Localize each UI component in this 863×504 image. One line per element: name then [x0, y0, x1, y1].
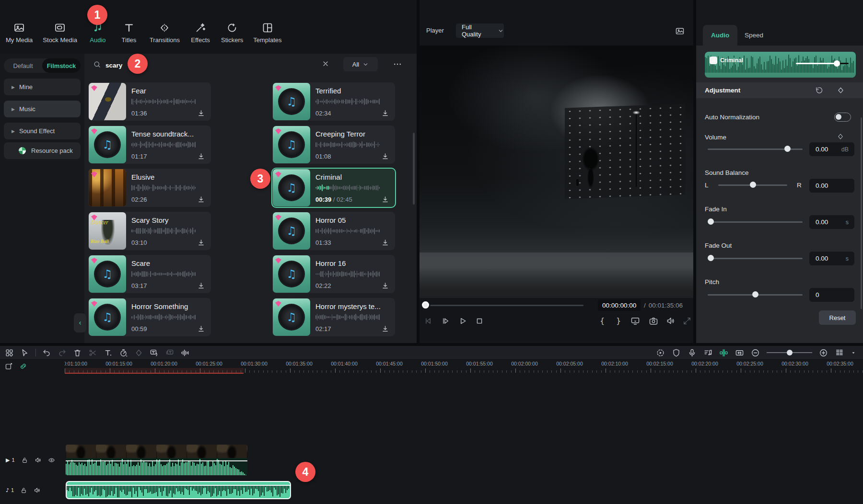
mirror-display-icon[interactable] — [630, 316, 640, 326]
source-tab-filmstock[interactable]: Filmstock — [42, 58, 81, 73]
sidebar-item-resource-pack[interactable]: Resource pack — [4, 142, 81, 159]
source-tab-default[interactable]: Default — [4, 58, 42, 73]
sound-balance-slider[interactable] — [718, 182, 787, 188]
seek-handle[interactable] — [422, 301, 429, 309]
download-icon[interactable] — [197, 282, 205, 290]
download-icon[interactable] — [381, 152, 389, 160]
volume-slider[interactable] — [708, 146, 803, 152]
tab-speed[interactable]: Speed — [736, 25, 771, 46]
seek-bar[interactable] — [430, 305, 583, 306]
reset-adjustment-icon[interactable] — [815, 86, 823, 94]
video-clip[interactable] — [66, 445, 247, 475]
link-clips-icon[interactable] — [19, 362, 27, 370]
previous-frame-icon[interactable] — [423, 316, 433, 326]
tab-my-media[interactable]: My Media — [6, 22, 33, 44]
pitch-slider[interactable] — [708, 291, 803, 298]
snapshot-camera-icon[interactable] — [649, 316, 658, 326]
properties-scrollbar[interactable] — [861, 117, 862, 309]
audio-denoise-icon[interactable] — [180, 348, 189, 357]
tab-templates[interactable]: Templates — [253, 22, 281, 44]
fade-out-value-box[interactable]: 0.00s — [809, 252, 854, 265]
tab-audio[interactable]: Audio — [87, 22, 108, 44]
download-icon[interactable] — [381, 282, 389, 290]
fade-in-value-box[interactable]: 0.00s — [809, 215, 854, 229]
sidebar-item-music[interactable]: ▶Music — [4, 101, 81, 117]
clip-volume-line[interactable] — [67, 485, 290, 486]
lock-track-icon[interactable] — [20, 487, 27, 494]
quality-dropdown[interactable]: Full Quality — [456, 23, 504, 38]
selected-clip-bar[interactable]: Criminal — [705, 52, 856, 78]
tab-stickers[interactable]: Stickers — [221, 22, 243, 44]
audio-item-horror-something[interactable]: ♫ Horror Something 00:59 — [88, 298, 211, 336]
fade-in-slider[interactable] — [708, 218, 803, 225]
undo-icon[interactable] — [42, 348, 51, 357]
download-icon[interactable] — [197, 152, 205, 160]
download-icon[interactable] — [381, 239, 389, 247]
filter-dropdown[interactable]: All — [343, 57, 378, 71]
sidebar-item-mine[interactable]: ▶Mine — [4, 79, 81, 95]
clip-volume-slider[interactable] — [796, 63, 849, 64]
speech-to-text-icon[interactable] — [150, 348, 159, 357]
timeline-ruler[interactable]: 00:01:10:0000:01:15:0000:01:20:0000:01:2… — [65, 359, 863, 374]
sound-balance-value-box[interactable]: 0.00 — [809, 179, 854, 193]
track-manager-icon[interactable] — [835, 348, 844, 357]
keyframe-tool-icon[interactable] — [134, 348, 143, 357]
tab-audio[interactable]: Audio — [703, 25, 737, 46]
picture-icon[interactable] — [675, 26, 685, 36]
hide-track-icon[interactable] — [48, 457, 55, 464]
delete-icon[interactable] — [73, 348, 82, 357]
tab-effects[interactable]: Effects — [190, 22, 211, 44]
audio-clip-selected[interactable] — [66, 481, 291, 499]
mute-track-icon[interactable] — [35, 457, 42, 464]
caret-down-icon[interactable] — [851, 348, 856, 357]
collapse-sidebar-button[interactable]: ‹ — [74, 313, 86, 332]
audio-item-elusive[interactable]: Elusive 02:26 — [88, 169, 211, 207]
audio-item-horror-16[interactable]: ♫ Horror 16 02:22 — [272, 255, 395, 293]
keyframe-icon[interactable] — [837, 86, 845, 94]
audio-item-scary-story[interactable]: DancerRizo Bali Scary Story 03:10 — [88, 212, 211, 250]
voiceover-icon[interactable] — [688, 348, 697, 357]
download-icon[interactable] — [197, 195, 205, 204]
volume-keyframe-icon[interactable] — [837, 133, 844, 140]
select-tool-icon[interactable] — [20, 348, 29, 357]
more-options-button[interactable] — [389, 58, 406, 70]
split-scissors-icon[interactable] — [88, 348, 97, 357]
audio-item-tense-soundtrack[interactable]: ♫ Tense soundtrack... 01:17 — [88, 126, 211, 164]
text-to-speech-icon[interactable] — [165, 348, 174, 357]
list-scrollbar[interactable] — [413, 133, 415, 205]
zoom-in-icon[interactable] — [819, 348, 828, 357]
clear-search-icon[interactable] — [322, 60, 329, 68]
mute-track-icon[interactable] — [34, 487, 41, 494]
volume-value-box[interactable]: 0.00dB — [809, 142, 854, 156]
audio-item-horror-05[interactable]: ♫ Horror 05 01:33 — [272, 212, 395, 250]
stop-icon[interactable] — [475, 316, 484, 326]
audio-item-horror-mysterys-te[interactable]: ♫ Horror mysterys te... 02:17 — [272, 298, 395, 336]
audio-sync-icon[interactable] — [703, 348, 712, 357]
mark-out-icon[interactable]: } — [616, 316, 621, 325]
audio-item-creeping-terror[interactable]: ♫ Creeping Terror 01:08 — [272, 126, 395, 164]
audio-item-fear[interactable]: Fear 01:36 — [88, 82, 211, 121]
pitch-value-box[interactable]: 0 — [809, 288, 854, 302]
lock-track-icon[interactable] — [21, 457, 28, 464]
volume-icon[interactable] — [666, 316, 676, 326]
fit-timeline-icon[interactable] — [735, 348, 744, 357]
auto-normalization-toggle[interactable] — [834, 113, 851, 122]
fade-out-slider[interactable] — [708, 255, 803, 262]
play-icon[interactable] — [458, 316, 467, 326]
media-browser-icon[interactable] — [5, 348, 14, 357]
tab-transitions[interactable]: Transitions — [150, 22, 180, 44]
fullscreen-icon[interactable] — [682, 316, 692, 326]
download-icon[interactable] — [381, 325, 389, 333]
tab-titles[interactable]: Titles — [118, 22, 140, 44]
audio-item-scare[interactable]: ♫ Scare 03:17 — [88, 255, 211, 293]
download-icon[interactable] — [381, 195, 389, 204]
download-icon[interactable] — [381, 109, 389, 117]
mask-icon[interactable] — [672, 348, 681, 357]
marker-icon[interactable] — [5, 362, 13, 370]
redo-icon[interactable] — [58, 348, 67, 357]
download-icon[interactable] — [197, 239, 205, 247]
sidebar-item-sound-effect[interactable]: ▶Sound Effect — [4, 123, 81, 139]
audio-item-terrified[interactable]: ♫ Terrified 02:34 — [272, 82, 395, 121]
zoom-out-icon[interactable] — [751, 348, 760, 357]
download-icon[interactable] — [197, 109, 205, 117]
